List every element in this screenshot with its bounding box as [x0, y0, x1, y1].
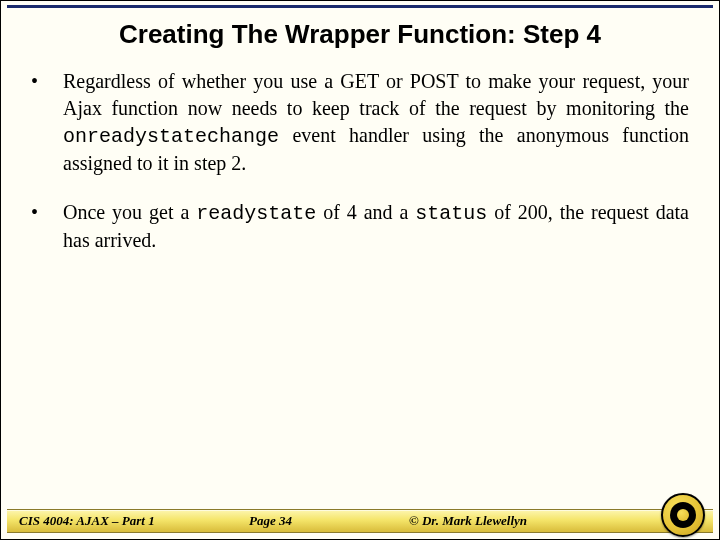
bullet-item: • Once you get a readystate of 4 and a s…: [31, 199, 689, 254]
logo-dot: [677, 509, 689, 521]
bullet-text: Once you get a readystate of 4 and a sta…: [63, 199, 689, 254]
ucf-logo-icon: [661, 493, 705, 537]
code-run: readystate: [196, 202, 316, 225]
text-run: Once you get a: [63, 201, 196, 223]
slide-title: Creating The Wrapper Function: Step 4: [1, 1, 719, 60]
page-number: 34: [279, 513, 292, 528]
footer-copyright: © Dr. Mark Llewellyn: [409, 513, 527, 529]
code-run: onreadystatechange: [63, 125, 279, 148]
text-run: of 4 and a: [316, 201, 415, 223]
logo-ring: [661, 493, 705, 537]
footer-course: CIS 4004: AJAX – Part 1: [19, 513, 155, 529]
top-rule: [7, 5, 713, 8]
bullet-item: • Regardless of whether you use a GET or…: [31, 68, 689, 177]
bullet-marker: •: [31, 68, 63, 177]
footer: CIS 4004: AJAX – Part 1 Page 34 © Dr. Ma…: [1, 503, 719, 539]
slide-content: • Regardless of whether you use a GET or…: [1, 60, 719, 254]
bullet-text: Regardless of whether you use a GET or P…: [63, 68, 689, 177]
page-label: Page: [249, 513, 276, 528]
footer-page: Page 34: [249, 513, 292, 529]
bullet-marker: •: [31, 199, 63, 254]
text-run: Regardless of whether you use a GET or P…: [63, 70, 689, 119]
code-run: status: [415, 202, 487, 225]
